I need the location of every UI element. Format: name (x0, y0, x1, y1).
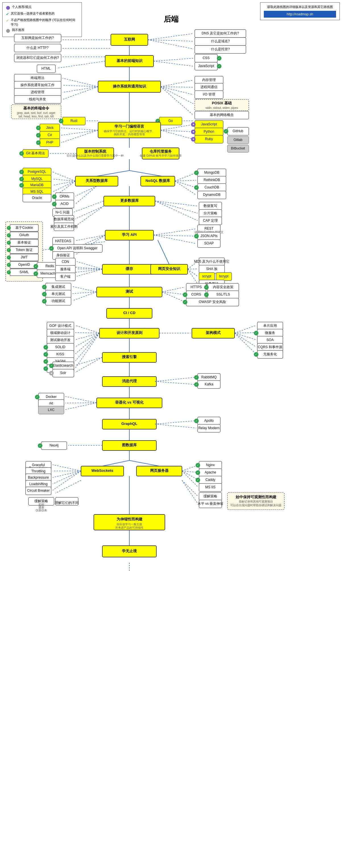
svg-text:Gitlab: Gitlab (234, 138, 243, 142)
svg-line-145 (53, 181, 75, 185)
svg-line-55 (161, 80, 193, 87)
svg-text:测试: 测试 (126, 289, 133, 293)
svg-text:scrypt: scrypt (202, 274, 212, 278)
svg-line-27 (154, 61, 193, 66)
svg-text:缓存: 缓存 (126, 267, 133, 271)
svg-text:版本控制系统: 版本控制系统 (84, 149, 106, 153)
svg-text:MySQL: MySQL (31, 177, 43, 181)
svg-text:分片策略: 分片策略 (204, 211, 217, 215)
svg-line-384 (235, 333, 256, 333)
svg-line-146 (53, 181, 75, 192)
svg-text:✓: ✓ (44, 360, 47, 363)
svg-text:Java: Java (46, 126, 54, 130)
svg-text:消息代理: 消息代理 (122, 379, 137, 383)
svg-text:领域驱动设计: 领域驱动设计 (50, 331, 70, 335)
svg-line-86 (61, 128, 98, 130)
svg-line-471 (53, 471, 81, 484)
svg-line-406 (75, 357, 102, 372)
svg-text:✓: ✓ (195, 186, 197, 189)
svg-text:索引及其工作机制: 索引及其工作机制 (50, 224, 77, 228)
svg-text:CDN: CDN (62, 260, 69, 264)
svg-text:✓: ✓ (8, 248, 10, 251)
svg-text:WebSockets: WebSockets (91, 468, 113, 473)
svg-line-41 (63, 87, 98, 92)
svg-line-59 (161, 87, 193, 115)
svg-text:无服务化: 无服务化 (263, 352, 277, 356)
svg-text:Elasticsearch: Elasticsearch (53, 364, 73, 368)
svg-line-184 (75, 186, 97, 204)
svg-text:✓: ✓ (21, 152, 23, 155)
svg-text:基本的终端命令: 基本的终端命令 (23, 106, 50, 110)
svg-text:学习 API: 学习 API (122, 232, 136, 237)
svg-line-88 (61, 130, 98, 143)
svg-line-165 (175, 180, 196, 181)
svg-text:✓: ✓ (8, 263, 10, 266)
svg-line-353 (75, 333, 99, 340)
svg-text:✓: ✓ (195, 383, 197, 386)
svg-text:✓: ✓ (8, 226, 10, 229)
svg-line-198 (155, 201, 197, 221)
svg-text:它们是什么以及为什么我们需要学习其中一种: 它们是什么以及为什么我们需要学习其中一种 (67, 154, 124, 157)
svg-text:操作系统通常如何工作: 操作系统通常如何工作 (21, 83, 55, 87)
svg-text:Bitbucket: Bitbucket (231, 146, 245, 150)
svg-text:C#: C# (48, 133, 52, 137)
svg-text:Oracle: Oracle (32, 196, 42, 200)
svg-text:Nginx: Nginx (206, 463, 215, 467)
svg-line-6 (148, 40, 193, 41)
svg-line-137 (97, 170, 129, 176)
svg-line-42 (63, 87, 98, 99)
svg-text:基于Cookie: 基于Cookie (15, 226, 33, 230)
svg-text:功能测试: 功能测试 (52, 299, 65, 303)
svg-text:●: ● (51, 371, 52, 375)
svg-text:✓: ✓ (35, 265, 37, 268)
svg-text:Ruby: Ruby (205, 137, 213, 141)
svg-line-385 (235, 333, 256, 340)
svg-text:Backpressure: Backpressure (28, 475, 49, 479)
svg-text:CQRS 和事件源: CQRS 和事件源 (258, 345, 282, 349)
svg-line-354 (75, 333, 99, 347)
svg-text:Docker: Docker (46, 395, 57, 399)
svg-text:什么是托管?: 什么是托管? (211, 47, 230, 51)
svg-text:基本的前端知识: 基本的前端知识 (117, 59, 143, 63)
svg-line-383 (235, 326, 256, 333)
svg-line-167 (175, 181, 196, 195)
svg-text:✓: ✓ (197, 478, 199, 482)
svg-line-26 (154, 58, 193, 61)
svg-text:单元测试: 单元测试 (52, 292, 65, 296)
svg-text:Rust: Rust (70, 119, 77, 123)
svg-text:Loadshifting: Loadshifting (29, 482, 48, 486)
svg-text:✓: ✓ (195, 235, 197, 238)
svg-text:进程间通信: 进程间通信 (200, 85, 217, 89)
svg-text:你应该学习一般主题: 你应该学习一般主题 (117, 523, 142, 526)
svg-text:Apache: Apache (205, 470, 216, 474)
svg-text:✓: ✓ (218, 64, 220, 68)
svg-line-431 (65, 397, 97, 403)
svg-text:例外开发、内存模型等等: 例外开发、内存模型等等 (114, 133, 145, 136)
svg-text:✓: ✓ (50, 364, 53, 367)
svg-line-419 (155, 381, 196, 384)
svg-text:缓解策略: 缓解策略 (34, 499, 48, 503)
svg-text:✓: ✓ (184, 293, 186, 296)
svg-line-183 (75, 186, 97, 196)
svg-text:MariaDB: MariaDB (30, 183, 44, 187)
svg-text:JavaScript: JavaScript (201, 122, 217, 126)
svg-text:创建 GitHub 账号并学习如何使用: 创建 GitHub 账号并学习如何使用 (140, 154, 182, 157)
svg-text:✓: ✓ (225, 130, 227, 133)
svg-line-418 (155, 377, 196, 381)
svg-line-487 (182, 471, 197, 487)
svg-text:MD5 及为什么不使用它: MD5 及为什么不使用它 (194, 259, 230, 264)
svg-text:确保学习它的特点、运行时的核心概节、: 确保学习它的特点、运行时的核心概节、 (103, 130, 155, 133)
svg-line-282 (77, 269, 102, 276)
svg-text:SAML: SAML (20, 270, 29, 274)
svg-line-256 (154, 235, 196, 236)
svg-text:Python: Python (204, 130, 214, 133)
svg-text:搜索引擎: 搜索引擎 (122, 355, 137, 359)
svg-text:架构模式: 架构模式 (206, 331, 221, 335)
svg-line-58 (161, 87, 193, 104)
svg-text:Relay Modern: Relay Modern (198, 426, 220, 430)
svg-line-196 (155, 201, 197, 206)
svg-text:更多数据库: 更多数据库 (120, 198, 139, 203)
svg-text:终端用法: 终端用法 (31, 76, 44, 80)
svg-line-468 (53, 465, 81, 471)
svg-text:★: ★ (192, 130, 195, 133)
